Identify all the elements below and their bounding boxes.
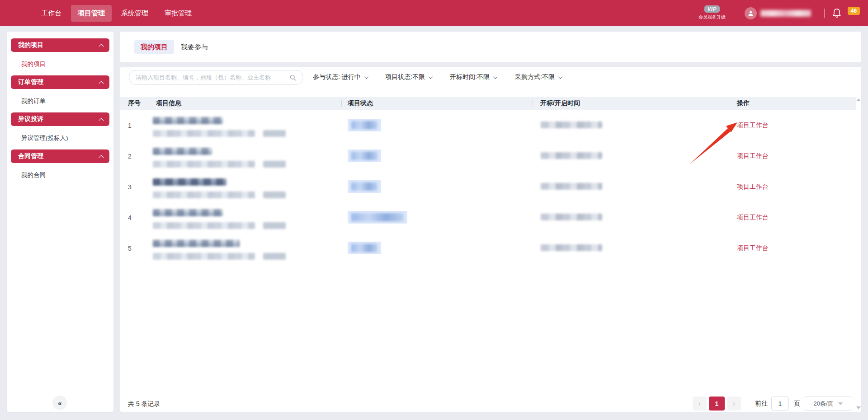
scrollbar-down-arrow[interactable] [856,406,861,409]
sidebar-group-order-management[interactable]: 订单管理 [11,75,109,89]
notification-count-badge: 46 [848,7,860,15]
column-header-project-status: 项目状态 [348,97,373,110]
table-row: 5 项目工作台 [120,233,856,263]
vip-icon: VIP [704,5,720,13]
scrollbar-up-arrow[interactable] [856,98,861,101]
nav-item-workbench[interactable]: 工作台 [34,5,68,22]
project-info-redacted [153,161,255,168]
project-workbench-link[interactable]: 项目工作台 [737,214,769,222]
sidebar-group-contract-management[interactable]: 合同管理 [11,149,109,163]
opening-time-redacted [541,214,602,220]
project-workbench-link[interactable]: 项目工作台 [737,183,769,191]
row-index: 2 [128,153,132,160]
project-tag-redacted [263,130,286,137]
filter-project-status[interactable]: 项目状态:不限 [385,73,432,81]
chevron-down-icon [364,75,368,79]
pagination-prev-button[interactable]: ‹ [693,397,707,411]
row-index: 4 [128,214,132,221]
project-list-panel: 参与状态: 进行中 项目状态:不限 开标时间:不限 采购方式:不限 序号 项目信… [120,67,861,412]
filter-bid-opening-time[interactable]: 开标时间:不限 [450,73,497,81]
sidebar-item-my-contracts[interactable]: 我的合同 [21,171,46,179]
nav-item-project-management[interactable]: 项目管理 [71,5,112,22]
project-info-redacted [153,191,255,198]
user-avatar[interactable] [745,7,757,19]
status-badge [348,242,381,254]
filter-label: 项目状态:不限 [385,73,425,81]
column-header-opening-time: 开标/开启时间 [540,97,580,110]
sidebar-group-objection-complaint[interactable]: 异议投诉 [11,112,109,126]
tab-my-projects[interactable]: 我的项目 [134,40,174,54]
goto-page-label: 前往 [755,400,768,408]
sidebar-item-my-orders[interactable]: 我的订单 [21,97,46,105]
table-row: 2 项目工作台 [120,140,856,171]
row-index: 1 [128,122,132,129]
pagination-page-1[interactable]: 1 [709,397,725,411]
table-body: 1 项目工作台 2 项目工作台 3 [120,110,856,263]
chevron-up-icon [99,81,104,86]
vip-upgrade[interactable]: VIP 会员服务升级 [692,5,732,20]
chevron-down-icon [428,75,433,79]
project-info-redacted [153,178,226,186]
chevron-down-icon [493,75,497,79]
column-divider [728,100,728,107]
chevron-up-icon [99,44,104,49]
filter-label: 开标时间:不限 [450,73,490,81]
filter-procurement-method[interactable]: 采购方式:不限 [515,73,562,81]
chevron-up-icon [99,155,104,160]
person-icon [747,10,754,17]
chevron-up-icon [99,118,104,123]
project-tag-redacted [263,191,286,198]
sidebar: 我的项目 我的项目 订单管理 我的订单 异议投诉 异议管理(投标人) 合同管理 … [7,32,113,412]
table-row: 3 项目工作台 [120,171,856,202]
project-info-redacted [153,130,255,137]
project-tag-redacted [263,161,286,168]
page-size-select[interactable]: 20条/页 [804,397,852,411]
sidebar-group-title: 订单管理 [18,78,43,86]
status-redacted [351,244,377,252]
nav-item-system-management[interactable]: 系统管理 [114,5,155,22]
main-menu: 工作台 项目管理 系统管理 审批管理 [34,5,198,22]
opening-time-redacted [541,152,602,159]
sidebar-item-my-projects[interactable]: 我的项目 [21,60,46,68]
status-badge [348,149,381,162]
chevron-left-icon: ‹ [698,400,701,407]
table-row: 1 项目工作台 [120,110,856,140]
table-row: 4 项目工作台 [120,202,856,233]
notification-bell-icon[interactable] [832,8,842,19]
opening-time-redacted [541,183,602,190]
project-info-redacted [153,209,223,216]
project-workbench-link[interactable]: 项目工作台 [737,152,769,160]
table-header: 序号 项目信息 项目状态 开标/开启时间 操作 [120,97,856,110]
project-info-redacted [153,148,212,155]
status-badge [348,180,381,193]
project-tag-redacted [263,222,286,229]
sidebar-item-objection-management[interactable]: 异议管理(投标人) [21,134,68,142]
filter-participation-status[interactable]: 参与状态: 进行中 [313,73,368,81]
nav-item-approval-management[interactable]: 审批管理 [158,5,198,22]
search-input[interactable] [136,74,289,81]
search-icon[interactable] [289,74,297,81]
tab-want-to-participate[interactable]: 我要参与 [175,40,214,54]
sidebar-collapse-button[interactable]: « [52,396,67,410]
pagination-next-button[interactable]: › [727,397,741,411]
column-divider [341,100,342,107]
project-workbench-link[interactable]: 项目工作台 [737,244,769,252]
page-size-value: 20条/页 [813,400,833,408]
sidebar-group-title: 我的项目 [18,41,43,49]
chevron-right-icon: › [733,400,735,407]
sidebar-group-my-projects[interactable]: 我的项目 [11,38,109,52]
project-info-redacted [153,253,255,260]
status-redacted [351,121,377,129]
row-index: 5 [128,245,132,252]
caret-down-icon [838,402,843,405]
column-divider [533,100,533,107]
column-header-index: 序号 [128,97,141,110]
status-redacted [351,182,377,191]
goto-page-input[interactable] [771,397,789,411]
top-navbar: 工作台 项目管理 系统管理 审批管理 VIP 会员服务升级 46 [0,0,868,26]
vip-caption: 会员服务升级 [692,14,732,20]
page-unit-label: 页 [794,400,800,408]
project-workbench-link[interactable]: 项目工作台 [737,121,769,130]
status-redacted [351,152,377,160]
opening-time-redacted [541,121,602,128]
